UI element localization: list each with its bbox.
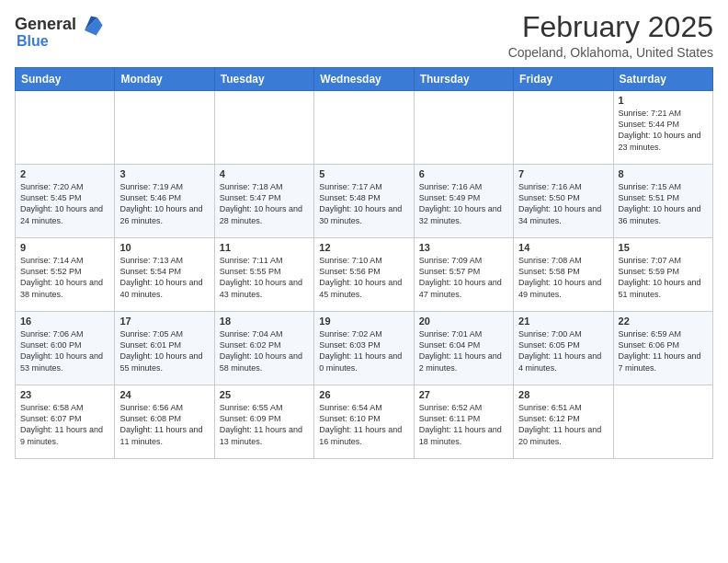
weekday-header-thursday: Thursday [414, 68, 513, 91]
calendar-cell: 14Sunrise: 7:08 AM Sunset: 5:58 PM Dayli… [514, 238, 613, 312]
page: General Blue February 2025 Copeland, Okl… [0, 0, 728, 563]
day-info: Sunrise: 6:55 AM Sunset: 6:09 PM Dayligh… [220, 402, 309, 447]
calendar-cell: 22Sunrise: 6:59 AM Sunset: 6:06 PM Dayli… [613, 312, 712, 385]
day-info: Sunrise: 6:56 AM Sunset: 6:08 PM Dayligh… [119, 402, 209, 447]
calendar-cell: 12Sunrise: 7:10 AM Sunset: 5:56 PM Dayli… [314, 238, 414, 312]
calendar-cell: 26Sunrise: 6:54 AM Sunset: 6:10 PM Dayli… [314, 385, 414, 459]
weekday-header-sunday: Sunday [16, 68, 115, 91]
day-info: Sunrise: 6:51 AM Sunset: 6:12 PM Dayligh… [518, 402, 608, 447]
day-info: Sunrise: 7:19 AM Sunset: 5:46 PM Dayligh… [119, 181, 209, 226]
calendar-cell [214, 91, 313, 165]
weekday-header-friday: Friday [514, 68, 613, 91]
title-area: February 2025 Copeland, Oklahoma, United… [508, 11, 713, 60]
day-info: Sunrise: 7:08 AM Sunset: 5:58 PM Dayligh… [518, 255, 608, 300]
day-info: Sunrise: 7:15 AM Sunset: 5:51 PM Dayligh… [619, 181, 708, 226]
calendar-cell: 7Sunrise: 7:16 AM Sunset: 5:50 PM Daylig… [514, 165, 613, 238]
calendar-cell: 25Sunrise: 6:55 AM Sunset: 6:09 PM Dayli… [214, 385, 313, 459]
day-number: 11 [220, 242, 309, 253]
calendar-cell: 1Sunrise: 7:21 AM Sunset: 5:44 PM Daylig… [613, 91, 712, 165]
calendar-cell: 17Sunrise: 7:05 AM Sunset: 6:01 PM Dayli… [115, 312, 214, 385]
calendar-week-4: 16Sunrise: 7:06 AM Sunset: 6:00 PM Dayli… [16, 312, 713, 385]
day-number: 17 [119, 316, 209, 327]
calendar-week-2: 2Sunrise: 7:20 AM Sunset: 5:45 PM Daylig… [16, 165, 713, 238]
day-info: Sunrise: 7:04 AM Sunset: 6:02 PM Dayligh… [220, 328, 309, 373]
calendar-header-row: SundayMondayTuesdayWednesdayThursdayFrid… [16, 68, 713, 91]
calendar-cell: 20Sunrise: 7:01 AM Sunset: 6:04 PM Dayli… [414, 312, 513, 385]
day-number: 7 [518, 168, 608, 179]
day-info: Sunrise: 7:01 AM Sunset: 6:04 PM Dayligh… [419, 328, 508, 373]
calendar-cell [115, 91, 214, 165]
day-info: Sunrise: 7:05 AM Sunset: 6:01 PM Dayligh… [119, 328, 209, 373]
day-number: 6 [419, 168, 508, 179]
calendar-cell: 6Sunrise: 7:16 AM Sunset: 5:49 PM Daylig… [414, 165, 513, 238]
calendar-cell: 19Sunrise: 7:02 AM Sunset: 6:03 PM Dayli… [314, 312, 414, 385]
header: General Blue February 2025 Copeland, Okl… [15, 11, 713, 60]
calendar-cell: 3Sunrise: 7:19 AM Sunset: 5:46 PM Daylig… [115, 165, 214, 238]
day-number: 4 [220, 168, 309, 179]
day-number: 9 [20, 242, 109, 253]
weekday-header-wednesday: Wednesday [314, 68, 414, 91]
day-number: 10 [119, 242, 209, 253]
day-number: 21 [518, 316, 608, 327]
calendar-cell: 15Sunrise: 7:07 AM Sunset: 5:59 PM Dayli… [613, 238, 712, 312]
calendar-cell [613, 385, 712, 459]
day-info: Sunrise: 6:52 AM Sunset: 6:11 PM Dayligh… [419, 402, 508, 447]
day-number: 26 [319, 389, 408, 400]
calendar-week-3: 9Sunrise: 7:14 AM Sunset: 5:52 PM Daylig… [16, 238, 713, 312]
day-info: Sunrise: 7:02 AM Sunset: 6:03 PM Dayligh… [319, 328, 408, 373]
calendar-cell: 28Sunrise: 6:51 AM Sunset: 6:12 PM Dayli… [514, 385, 613, 459]
calendar-cell: 4Sunrise: 7:18 AM Sunset: 5:47 PM Daylig… [214, 165, 313, 238]
day-number: 5 [319, 168, 408, 179]
logo-general-text: General [15, 16, 76, 32]
day-number: 12 [319, 242, 408, 253]
day-info: Sunrise: 7:07 AM Sunset: 5:59 PM Dayligh… [619, 255, 708, 300]
calendar-cell: 23Sunrise: 6:58 AM Sunset: 6:07 PM Dayli… [16, 385, 115, 459]
day-info: Sunrise: 7:14 AM Sunset: 5:52 PM Dayligh… [20, 255, 109, 300]
day-number: 3 [119, 168, 209, 179]
day-info: Sunrise: 6:54 AM Sunset: 6:10 PM Dayligh… [319, 402, 408, 447]
day-number: 8 [619, 168, 708, 179]
calendar-cell: 11Sunrise: 7:11 AM Sunset: 5:55 PM Dayli… [214, 238, 313, 312]
day-number: 18 [220, 316, 309, 327]
calendar-cell [16, 91, 115, 165]
calendar-cell [514, 91, 613, 165]
month-title: February 2025 [508, 11, 713, 43]
weekday-header-monday: Monday [115, 68, 214, 91]
day-number: 14 [518, 242, 608, 253]
day-info: Sunrise: 7:09 AM Sunset: 5:57 PM Dayligh… [419, 255, 508, 300]
day-info: Sunrise: 7:10 AM Sunset: 5:56 PM Dayligh… [319, 255, 408, 300]
calendar-cell: 18Sunrise: 7:04 AM Sunset: 6:02 PM Dayli… [214, 312, 313, 385]
day-info: Sunrise: 7:17 AM Sunset: 5:48 PM Dayligh… [319, 181, 408, 226]
day-info: Sunrise: 6:58 AM Sunset: 6:07 PM Dayligh… [20, 402, 109, 447]
day-number: 1 [619, 95, 708, 106]
location-title: Copeland, Oklahoma, United States [508, 45, 713, 60]
day-info: Sunrise: 7:18 AM Sunset: 5:47 PM Dayligh… [220, 181, 309, 226]
day-info: Sunrise: 7:20 AM Sunset: 5:45 PM Dayligh… [20, 181, 109, 226]
day-number: 28 [518, 389, 608, 400]
day-number: 22 [619, 316, 708, 327]
day-number: 23 [20, 389, 109, 400]
day-info: Sunrise: 6:59 AM Sunset: 6:06 PM Dayligh… [619, 328, 708, 373]
day-number: 15 [619, 242, 708, 253]
calendar-cell: 5Sunrise: 7:17 AM Sunset: 5:48 PM Daylig… [314, 165, 414, 238]
calendar: SundayMondayTuesdayWednesdayThursdayFrid… [15, 67, 713, 459]
day-number: 27 [419, 389, 508, 400]
day-number: 16 [20, 316, 109, 327]
weekday-header-tuesday: Tuesday [214, 68, 313, 91]
day-info: Sunrise: 7:13 AM Sunset: 5:54 PM Dayligh… [119, 255, 209, 300]
day-number: 13 [419, 242, 508, 253]
weekday-header-saturday: Saturday [613, 68, 712, 91]
calendar-cell [314, 91, 414, 165]
logo-blue-text: Blue [17, 33, 49, 50]
day-number: 25 [220, 389, 309, 400]
day-info: Sunrise: 7:00 AM Sunset: 6:05 PM Dayligh… [518, 328, 608, 373]
day-number: 20 [419, 316, 508, 327]
calendar-cell: 8Sunrise: 7:15 AM Sunset: 5:51 PM Daylig… [613, 165, 712, 238]
day-info: Sunrise: 7:06 AM Sunset: 6:00 PM Dayligh… [20, 328, 109, 373]
calendar-week-5: 23Sunrise: 6:58 AM Sunset: 6:07 PM Dayli… [16, 385, 713, 459]
calendar-cell: 16Sunrise: 7:06 AM Sunset: 6:00 PM Dayli… [16, 312, 115, 385]
day-info: Sunrise: 7:16 AM Sunset: 5:50 PM Dayligh… [518, 181, 608, 226]
calendar-cell: 27Sunrise: 6:52 AM Sunset: 6:11 PM Dayli… [414, 385, 513, 459]
day-number: 19 [319, 316, 408, 327]
calendar-cell [414, 91, 513, 165]
